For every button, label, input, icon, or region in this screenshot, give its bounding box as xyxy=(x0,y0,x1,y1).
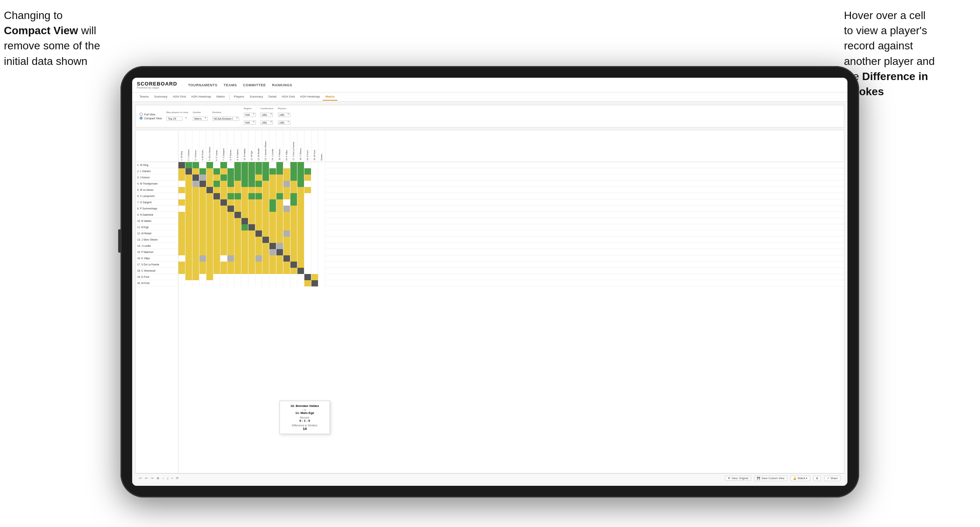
cell-3-3[interactable] xyxy=(192,175,199,181)
cell-12-20[interactable] xyxy=(311,230,318,237)
cell-6-18[interactable] xyxy=(297,193,304,199)
cell-19-7[interactable] xyxy=(220,274,227,280)
cell-4-11[interactable] xyxy=(248,181,255,187)
cell-2-8[interactable] xyxy=(227,168,234,175)
cell-9-3[interactable] xyxy=(192,212,199,218)
cell-13-16[interactable] xyxy=(283,237,290,243)
cell-14-2[interactable] xyxy=(185,243,192,249)
cell-10-10[interactable] xyxy=(241,218,248,224)
division-select[interactable]: NCAA Division I xyxy=(212,117,239,121)
cell-17-14[interactable] xyxy=(269,262,276,268)
cell-6-10[interactable] xyxy=(241,193,248,199)
cell-7-8[interactable] xyxy=(227,199,234,206)
cell-17-19[interactable] xyxy=(304,262,311,268)
tab-players[interactable]: Players xyxy=(231,93,247,101)
cell-12-15[interactable] xyxy=(276,230,283,237)
cell-13-7[interactable] xyxy=(220,237,227,243)
cell-11-21[interactable] xyxy=(318,224,325,230)
cell-5-6[interactable] xyxy=(213,187,220,193)
cell-18-6[interactable] xyxy=(213,268,220,274)
cell-20-15[interactable] xyxy=(276,280,283,286)
cell-16-18[interactable] xyxy=(297,255,304,262)
cell-1-18[interactable] xyxy=(297,162,304,168)
cell-14-17[interactable] xyxy=(290,243,297,249)
cell-2-2[interactable] xyxy=(185,168,192,175)
cell-13-17[interactable] xyxy=(290,237,297,243)
cell-4-15[interactable] xyxy=(276,181,283,187)
cell-4-10[interactable] xyxy=(241,181,248,187)
cell-9-16[interactable] xyxy=(283,212,290,218)
cell-15-2[interactable] xyxy=(185,249,192,255)
cell-9-19[interactable] xyxy=(304,212,311,218)
cell-3-12[interactable] xyxy=(255,175,262,181)
cell-12-3[interactable] xyxy=(192,230,199,237)
cell-14-10[interactable] xyxy=(241,243,248,249)
cell-19-11[interactable] xyxy=(248,274,255,280)
cell-9-5[interactable] xyxy=(206,212,213,218)
cell-2-15[interactable] xyxy=(276,168,283,175)
cell-6-19[interactable] xyxy=(304,193,311,199)
cell-1-19[interactable] xyxy=(304,162,311,168)
refresh-icon[interactable]: ⟳ xyxy=(176,476,179,480)
cell-17-6[interactable] xyxy=(213,262,220,268)
cell-19-17[interactable] xyxy=(290,274,297,280)
cell-16-11[interactable] xyxy=(248,255,255,262)
cell-1-15[interactable] xyxy=(276,162,283,168)
max-players-select[interactable]: Top 25 xyxy=(166,117,182,121)
cell-2-20[interactable] xyxy=(311,168,318,175)
cell-19-20[interactable] xyxy=(311,274,318,280)
cell-19-4[interactable] xyxy=(199,274,206,280)
cell-17-7[interactable] xyxy=(220,262,227,268)
cell-1-2[interactable] xyxy=(185,162,192,168)
cell-4-18[interactable] xyxy=(297,181,304,187)
cell-12-18[interactable] xyxy=(297,230,304,237)
cell-17-17[interactable] xyxy=(290,262,297,268)
cell-2-6[interactable] xyxy=(213,168,220,175)
cell-14-3[interactable] xyxy=(192,243,199,249)
cell-3-9[interactable] xyxy=(234,175,241,181)
cell-6-8[interactable] xyxy=(227,193,234,199)
cell-12-12[interactable] xyxy=(255,230,262,237)
cell-14-14[interactable] xyxy=(269,243,276,249)
cell-10-14[interactable] xyxy=(269,218,276,224)
cell-16-6[interactable] xyxy=(213,255,220,262)
cell-19-21[interactable] xyxy=(318,274,325,280)
cell-10-20[interactable] xyxy=(311,218,318,224)
cell-10-1[interactable] xyxy=(178,218,185,224)
cell-6-9[interactable] xyxy=(234,193,241,199)
cell-10-11[interactable] xyxy=(248,218,255,224)
cell-15-15[interactable] xyxy=(276,249,283,255)
cell-18-21[interactable] xyxy=(318,268,325,274)
cell-19-16[interactable] xyxy=(283,274,290,280)
cell-15-14[interactable] xyxy=(269,249,276,255)
cell-8-10[interactable] xyxy=(241,206,248,212)
full-view-option[interactable]: Full View xyxy=(140,113,162,116)
cell-13-18[interactable] xyxy=(297,237,304,243)
cell-17-3[interactable] xyxy=(192,262,199,268)
cell-13-21[interactable] xyxy=(318,237,325,243)
cell-18-2[interactable] xyxy=(185,268,192,274)
cell-1-16[interactable] xyxy=(283,162,290,168)
cell-5-21[interactable] xyxy=(318,187,325,193)
cell-5-17[interactable] xyxy=(290,187,297,193)
cell-7-12[interactable] xyxy=(255,199,262,206)
cell-16-7[interactable] xyxy=(220,255,227,262)
cell-13-11[interactable] xyxy=(248,237,255,243)
cell-6-3[interactable] xyxy=(192,193,199,199)
watch-btn[interactable]: 🔔 Watch ▾ xyxy=(790,476,811,481)
cell-8-8[interactable] xyxy=(227,206,234,212)
cell-15-17[interactable] xyxy=(290,249,297,255)
cell-20-12[interactable] xyxy=(255,280,262,286)
cell-6-13[interactable] xyxy=(262,193,269,199)
cell-15-10[interactable] xyxy=(241,249,248,255)
cell-19-10[interactable] xyxy=(241,274,248,280)
cell-8-20[interactable] xyxy=(311,206,318,212)
gender-select[interactable]: Men's xyxy=(193,117,208,121)
cell-7-18[interactable] xyxy=(297,199,304,206)
cell-20-1[interactable] xyxy=(178,280,185,286)
cell-18-12[interactable] xyxy=(255,268,262,274)
cell-9-13[interactable] xyxy=(262,212,269,218)
cell-16-4[interactable] xyxy=(199,255,206,262)
cell-10-5[interactable] xyxy=(206,218,213,224)
cell-9-9[interactable] xyxy=(234,212,241,218)
